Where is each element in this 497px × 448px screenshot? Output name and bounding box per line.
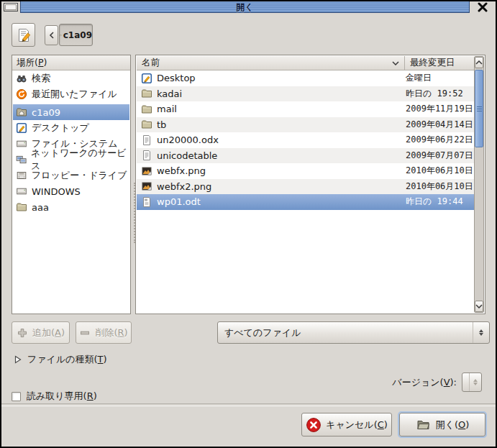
readonly-row: 読み取り専用(R) <box>12 390 97 403</box>
add-bookmark-button[interactable]: 追加(A) <box>12 321 70 344</box>
open-button[interactable]: 開く(O) <box>399 413 485 436</box>
recent-files-icon <box>16 88 27 100</box>
readonly-label[interactable]: 読み取り専用(R) <box>27 390 97 403</box>
file-row-wp01[interactable]: wp01.odt 昨日の 19:44 <box>137 194 474 210</box>
add-button-label: 追加(A) <box>32 326 65 339</box>
combo-arrows-icon <box>469 373 481 391</box>
place-item-desktop[interactable]: デスクトップ <box>13 120 129 136</box>
scroll-up-button[interactable] <box>475 57 483 68</box>
expander-triangle-icon <box>14 355 22 364</box>
window-menu-button[interactable] <box>4 3 18 12</box>
type-filename-button[interactable] <box>12 23 35 47</box>
folder-icon <box>141 119 152 130</box>
edit-document-icon <box>16 27 32 43</box>
file-rows: Desktop 金曜日 kadai 昨日の 19:52 mail 2009年11… <box>137 70 474 313</box>
file-row-webfx[interactable]: webfx.png 2010年06月10日 <box>137 163 474 179</box>
file-row-tb[interactable]: tb 2009年04月14日 <box>137 117 474 133</box>
open-folder-icon <box>416 417 432 433</box>
folder-icon <box>141 104 152 115</box>
remove-button-label: 削除(R) <box>95 326 127 339</box>
drive-icon <box>16 186 27 197</box>
path-back-button[interactable] <box>45 25 58 45</box>
open-button-label: 開く(O) <box>436 419 470 431</box>
text-file-icon <box>141 150 152 161</box>
desktop-icon <box>16 122 27 134</box>
folder-icon <box>16 201 27 213</box>
place-item-search[interactable]: 検索 <box>13 70 129 86</box>
column-header-name[interactable]: 名前 <box>137 56 405 70</box>
path-button-c1a09[interactable]: c1a09 <box>59 24 93 46</box>
place-item-home[interactable]: c1a09 <box>13 104 129 120</box>
open-file-dialog: 開く c1a09 場所(P) 検索 最近開いたファイル <box>0 0 497 448</box>
readonly-checkbox[interactable] <box>12 392 21 401</box>
titlebar: 開く <box>1 1 496 13</box>
file-row-unicodetable[interactable]: unicodetable 2009年07月07日 <box>137 148 474 164</box>
places-header: 場所(P) <box>12 55 130 70</box>
chevron-up-icon <box>475 60 483 65</box>
action-area-separator <box>1 403 496 406</box>
version-row: バージョン(V): <box>392 372 482 392</box>
window-title: 開く <box>236 3 253 12</box>
file-filter-value: すべてのファイル <box>218 326 473 339</box>
document-file-icon <box>141 196 152 208</box>
home-folder-icon <box>16 106 27 118</box>
file-list-pane: 名前 最終変更日 Desktop 金曜日 kadai 昨日の 19:52 mai… <box>135 55 485 314</box>
place-item-recent[interactable]: 最近開いたファイル <box>13 86 129 102</box>
folder-icon <box>141 88 152 99</box>
vertical-scrollbar[interactable] <box>474 56 484 313</box>
close-icon <box>478 2 488 12</box>
image-file-icon <box>141 165 152 177</box>
cancel-button-label: キャンセル(C) <box>326 419 388 431</box>
home-folder-icon <box>60 29 62 41</box>
scroll-down-button[interactable] <box>475 301 483 312</box>
cancel-icon <box>306 417 322 433</box>
places-pane: 場所(P) 検索 最近開いたファイル c1a09 デスクトップ ファイル・システ… <box>12 55 131 314</box>
place-item-aaa[interactable]: aaa <box>13 199 129 215</box>
chevron-down-icon <box>475 304 483 308</box>
file-type-expander[interactable]: ファイルの種類(T) <box>14 353 107 366</box>
file-row-kadai[interactable]: kadai 昨日の 19:52 <box>137 86 474 102</box>
file-row-un20000[interactable]: un20000.odx 2009年06月22日 <box>137 132 474 148</box>
file-type-expander-label: ファイルの種類(T) <box>27 353 107 366</box>
places-list: 検索 最近開いたファイル c1a09 デスクトップ ファイル・システム ネットワ… <box>13 70 129 313</box>
file-row-desktop[interactable]: Desktop 金曜日 <box>137 70 474 86</box>
sort-descending-icon <box>392 61 399 65</box>
search-icon <box>16 73 27 84</box>
path-button-label: c1a09 <box>63 30 92 40</box>
desktop-icon <box>141 73 152 84</box>
place-item-network[interactable]: ネットワークのサービス <box>13 152 129 168</box>
combo-arrows-icon <box>473 322 489 343</box>
text-file-icon <box>141 134 152 146</box>
plus-icon <box>17 327 28 339</box>
drive-icon <box>16 138 27 150</box>
file-row-mail[interactable]: mail 2009年11月19日 <box>137 101 474 117</box>
network-icon <box>16 154 27 165</box>
close-button[interactable] <box>470 1 496 13</box>
version-label: バージョン(V): <box>392 376 457 389</box>
scrollbar-thumb[interactable] <box>475 70 483 147</box>
column-header-modified[interactable]: 最終変更日 <box>405 56 474 70</box>
minus-icon <box>79 327 91 339</box>
place-item-windows[interactable]: WINDOWS <box>13 183 129 199</box>
file-filter-combobox[interactable]: すべてのファイル <box>217 321 490 344</box>
file-row-webfx2[interactable]: webfx2.png 2010年06月10日 <box>137 179 474 195</box>
chevron-left-icon <box>49 32 55 39</box>
floppy-icon <box>16 170 27 181</box>
cancel-button[interactable]: キャンセル(C) <box>301 413 392 436</box>
titlebar-stripes[interactable]: 開く <box>20 1 470 13</box>
remove-bookmark-button[interactable]: 削除(R) <box>76 321 132 344</box>
version-combobox[interactable] <box>462 372 482 392</box>
image-file-icon <box>141 180 152 192</box>
